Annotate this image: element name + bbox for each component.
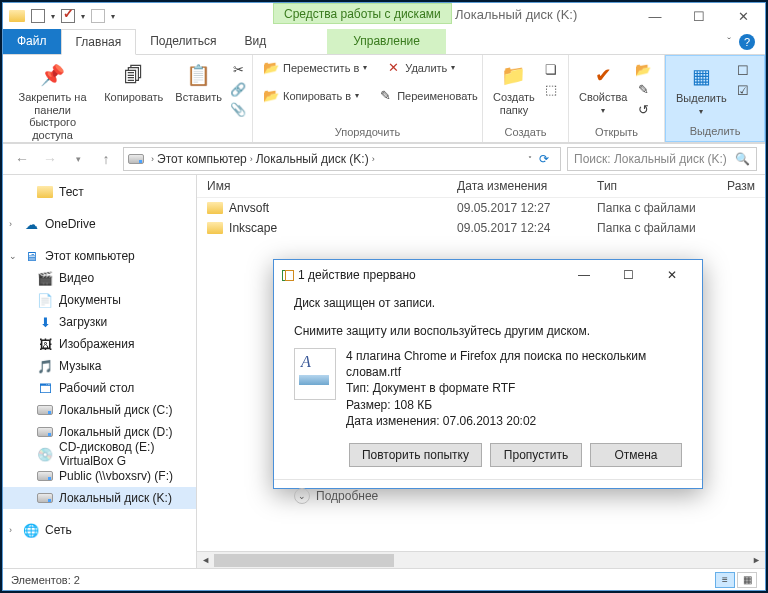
collapse-icon[interactable]: ⌄ (9, 251, 17, 261)
scroll-right-icon[interactable]: ► (748, 555, 765, 565)
desktop-icon: 🗔 (37, 380, 53, 396)
minimize-button[interactable]: — (633, 3, 677, 29)
chevron-down-icon[interactable]: ▾ (81, 12, 85, 21)
tree-node-downloads[interactable]: ⬇Загрузки (3, 311, 196, 333)
tree-node-drive-e[interactable]: 💿CD-дисковод (E:) VirtualBox G (3, 443, 196, 465)
file-row[interactable]: Anvsoft 09.05.2017 12:27 Папка с файлами (197, 198, 765, 218)
copy-to-button[interactable]: 📂Копировать в ▾ (259, 87, 363, 105)
tree-node-drive-c[interactable]: Локальный диск (C:) (3, 399, 196, 421)
search-input[interactable]: Поиск: Локальный диск (K:) 🔍 (567, 147, 757, 171)
ribbon: 📌Закрепить на панели быстрого доступа 🗐К… (3, 55, 765, 143)
col-name[interactable]: Имя (207, 179, 457, 193)
contextual-tool-tab[interactable]: Средства работы с дисками (273, 3, 452, 24)
drive-icon (37, 493, 53, 503)
pin-quick-access-button[interactable]: 📌Закрепить на панели быстрого доступа (9, 59, 96, 144)
retry-button[interactable]: Повторить попытку (349, 443, 482, 467)
copy-button[interactable]: 🗐Копировать (100, 59, 167, 106)
expand-icon[interactable]: › (9, 525, 12, 535)
tree-node-network[interactable]: ›🌐Сеть (3, 519, 196, 541)
copy-path-icon[interactable]: 🔗 (230, 81, 246, 97)
tab-file[interactable]: Файл (3, 29, 61, 54)
qat-properties-icon[interactable] (31, 9, 45, 23)
tree-node-documents[interactable]: 📄Документы (3, 289, 196, 311)
rename-button[interactable]: ✎Переименовать (373, 87, 482, 105)
chevron-right-icon[interactable]: › (372, 154, 375, 164)
qat-customize-dropdown[interactable]: ▾ (111, 12, 115, 21)
chevron-down-icon[interactable]: ▾ (51, 12, 55, 21)
navigation-tree[interactable]: Тест ›☁OneDrive ⌄🖥Этот компьютер 🎬Видео … (3, 175, 197, 568)
tree-node-desktop[interactable]: 🗔Рабочий стол (3, 377, 196, 399)
view-large-icons-button[interactable]: ▦ (737, 572, 757, 588)
tree-node-test[interactable]: Тест (3, 181, 196, 203)
delete-icon: ✕ (385, 60, 401, 76)
maximize-button[interactable]: ☐ (677, 3, 721, 29)
qat-checked-icon[interactable] (61, 9, 75, 23)
ribbon-group-new: Создать (489, 126, 562, 138)
copy-operation-icon (282, 269, 294, 281)
history-icon[interactable]: ↺ (635, 101, 651, 117)
horizontal-scrollbar[interactable]: ◄ ► (197, 551, 765, 568)
tree-node-pictures[interactable]: 🖼Изображения (3, 333, 196, 355)
col-size[interactable]: Разм (727, 179, 755, 193)
ribbon-group-select: Выделить (672, 125, 758, 137)
more-details-toggle[interactable]: ⌄ Подробнее (274, 479, 702, 504)
tree-node-drive-f[interactable]: Public (\\vboxsrv) (F:) (3, 465, 196, 487)
invert-selection-icon[interactable]: ☑ (735, 82, 751, 98)
network-drive-icon (37, 471, 53, 481)
breadcrumb-current[interactable]: Локальный диск (K:) (256, 152, 369, 166)
tab-home[interactable]: Главная (61, 29, 137, 55)
expand-icon[interactable]: › (9, 219, 12, 229)
tree-node-videos[interactable]: 🎬Видео (3, 267, 196, 289)
dialog-file-type: Тип: Документ в формате RTF (346, 380, 666, 396)
select-all-button[interactable]: ▦Выделить▾ (672, 60, 731, 118)
tab-view[interactable]: Вид (230, 29, 280, 54)
edit-icon[interactable]: ✎ (635, 81, 651, 97)
paste-button[interactable]: 📋Вставить (171, 59, 226, 106)
back-button[interactable]: ← (11, 148, 33, 170)
dialog-maximize-button[interactable]: ☐ (606, 260, 650, 290)
cancel-button[interactable]: Отмена (590, 443, 682, 467)
recent-locations-button[interactable]: ▾ (67, 148, 89, 170)
chevron-right-icon[interactable]: › (151, 154, 154, 164)
scrollbar-thumb[interactable] (214, 554, 394, 567)
select-none-icon[interactable]: ☐ (735, 62, 751, 78)
new-folder-button[interactable]: 📁Создать папку (489, 59, 539, 118)
column-headers[interactable]: Имя Дата изменения Тип Разм (197, 175, 765, 198)
breadcrumb[interactable]: › Этот компьютер › Локальный диск (K:) ›… (123, 147, 561, 171)
move-to-button[interactable]: 📂Переместить в ▾ (259, 59, 371, 77)
tree-node-onedrive[interactable]: ›☁OneDrive (3, 213, 196, 235)
folder-icon (37, 186, 53, 198)
dialog-minimize-button[interactable]: — (562, 260, 606, 290)
breadcrumb-this-pc[interactable]: Этот компьютер (157, 152, 247, 166)
tree-node-music[interactable]: 🎵Музыка (3, 355, 196, 377)
qat-placeholder-icon[interactable] (91, 9, 105, 23)
skip-button[interactable]: Пропустить (490, 443, 582, 467)
view-details-button[interactable]: ≡ (715, 572, 735, 588)
delete-button[interactable]: ✕Удалить ▾ (381, 59, 459, 77)
close-button[interactable]: ✕ (721, 3, 765, 29)
tree-node-drive-k[interactable]: Локальный диск (K:) (3, 487, 196, 509)
cut-icon[interactable]: ✂ (230, 61, 246, 77)
col-date[interactable]: Дата изменения (457, 179, 597, 193)
new-item-icon[interactable]: ❏ (543, 61, 559, 77)
help-icon[interactable]: ? (739, 34, 755, 50)
chevron-right-icon[interactable]: › (250, 154, 253, 164)
open-icon[interactable]: 📂 (635, 61, 651, 77)
col-type[interactable]: Тип (597, 179, 727, 193)
tab-manage[interactable]: Управление (327, 29, 446, 54)
tree-node-this-pc[interactable]: ⌄🖥Этот компьютер (3, 245, 196, 267)
ribbon-collapse-icon[interactable]: ˇ (727, 36, 731, 48)
scroll-left-icon[interactable]: ◄ (197, 555, 214, 565)
dialog-title-bar[interactable]: 1 действие прервано — ☐ ✕ (274, 260, 702, 290)
file-row[interactable]: Inkscape 09.05.2017 12:24 Папка с файлам… (197, 218, 765, 238)
properties-button[interactable]: ✔Свойства▾ (575, 59, 631, 117)
tab-share[interactable]: Поделиться (136, 29, 230, 54)
dialog-close-button[interactable]: ✕ (650, 260, 694, 290)
paste-shortcut-icon[interactable]: 📎 (230, 101, 246, 117)
up-button[interactable]: ↑ (95, 148, 117, 170)
pictures-icon: 🖼 (37, 336, 53, 352)
status-item-count: Элементов: 2 (11, 574, 80, 586)
easy-access-icon[interactable]: ⬚ (543, 81, 559, 97)
forward-button[interactable]: → (39, 148, 61, 170)
refresh-icon[interactable]: ⟳ (532, 152, 556, 166)
